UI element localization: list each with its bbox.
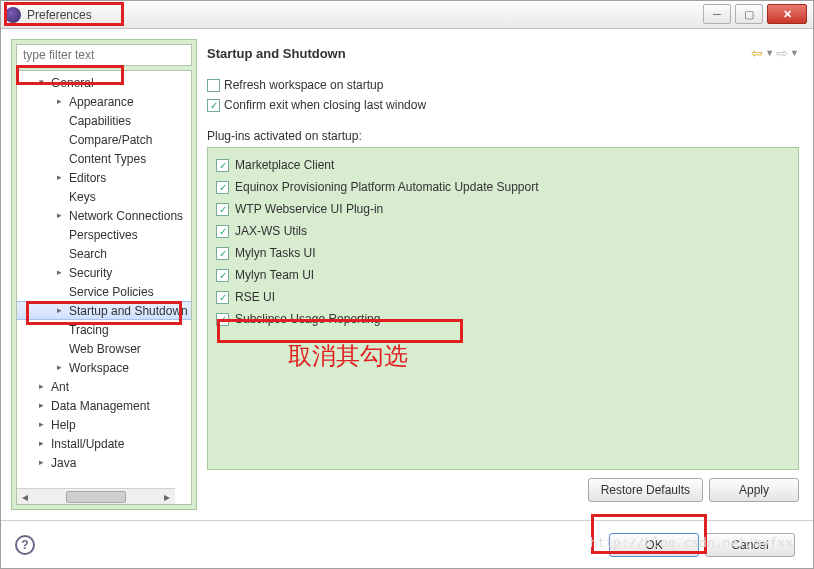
tree-item-label: Compare/Patch	[69, 133, 152, 147]
plugin-checkbox[interactable]: ✓	[216, 181, 229, 194]
ok-button[interactable]: OK	[609, 533, 699, 557]
confirm-exit-row[interactable]: ✓ Confirm exit when closing last window	[207, 95, 799, 115]
plugin-label: RSE UI	[235, 290, 275, 304]
tree-item-tracing[interactable]: Tracing	[17, 320, 191, 339]
filter-input[interactable]	[16, 44, 192, 66]
plugin-checkbox[interactable]: ✓	[216, 313, 229, 326]
plugin-checkbox[interactable]: ✓	[216, 269, 229, 282]
forward-menu-icon[interactable]: ▼	[790, 48, 799, 58]
plugin-item[interactable]: ✓Marketplace Client	[216, 154, 790, 176]
expand-icon[interactable]: ▸	[57, 268, 66, 277]
main-header: Startup and Shutdown ⇦ ▼ ⇨ ▼	[203, 39, 803, 67]
scroll-thumb[interactable]	[66, 491, 126, 503]
plugin-checkbox[interactable]: ✓	[216, 225, 229, 238]
footer: ? OK Cancel	[1, 520, 813, 568]
help-icon[interactable]: ?	[15, 535, 35, 555]
expand-icon[interactable]: ▸	[39, 458, 48, 467]
expand-icon[interactable]	[57, 116, 66, 125]
expand-icon[interactable]: ▾	[39, 78, 48, 87]
plugin-label: JAX-WS Utils	[235, 224, 307, 238]
tree-item-label: Ant	[51, 380, 69, 394]
plugin-checkbox[interactable]: ✓	[216, 291, 229, 304]
cancel-button[interactable]: Cancel	[705, 533, 795, 557]
plugin-item[interactable]: ✓RSE UI	[216, 286, 790, 308]
expand-icon[interactable]: ▸	[57, 97, 66, 106]
expand-icon[interactable]	[57, 344, 66, 353]
tree-item-security[interactable]: ▸Security	[17, 263, 191, 282]
expand-icon[interactable]: ▸	[39, 401, 48, 410]
tree-item-label: Perspectives	[69, 228, 138, 242]
tree-item-web-browser[interactable]: Web Browser	[17, 339, 191, 358]
tree-container: ▾General▸AppearanceCapabilitiesCompare/P…	[16, 70, 192, 505]
tree-item-service-policies[interactable]: Service Policies	[17, 282, 191, 301]
plugin-item[interactable]: ✓Subclipse Usage Reporting	[216, 308, 790, 330]
tree-item-general[interactable]: ▾General	[17, 73, 191, 92]
confirm-checkbox[interactable]: ✓	[207, 99, 220, 112]
expand-icon[interactable]: ▸	[57, 173, 66, 182]
refresh-checkbox[interactable]	[207, 79, 220, 92]
tree-item-install-update[interactable]: ▸Install/Update	[17, 434, 191, 453]
scroll-left-icon[interactable]: ◂	[17, 489, 33, 505]
maximize-button[interactable]: ▢	[735, 4, 763, 24]
tree-item-perspectives[interactable]: Perspectives	[17, 225, 191, 244]
tree-item-label: Startup and Shutdown	[69, 304, 188, 318]
plugin-item[interactable]: ✓JAX-WS Utils	[216, 220, 790, 242]
apply-button[interactable]: Apply	[709, 478, 799, 502]
expand-icon[interactable]: ▸	[57, 211, 66, 220]
plugin-checkbox[interactable]: ✓	[216, 247, 229, 260]
plugin-checkbox[interactable]: ✓	[216, 203, 229, 216]
tree-item-label: Workspace	[69, 361, 129, 375]
back-icon[interactable]: ⇦	[751, 45, 763, 61]
expand-icon[interactable]	[57, 154, 66, 163]
expand-icon[interactable]: ▸	[39, 420, 48, 429]
tree-item-label: Web Browser	[69, 342, 141, 356]
plugin-item[interactable]: ✓Equinox Provisioning Platform Automatic…	[216, 176, 790, 198]
tree-item-label: Editors	[69, 171, 106, 185]
tree-item-network-connections[interactable]: ▸Network Connections	[17, 206, 191, 225]
options: Refresh workspace on startup ✓ Confirm e…	[203, 67, 803, 123]
tree-item-editors[interactable]: ▸Editors	[17, 168, 191, 187]
expand-icon[interactable]: ▸	[57, 363, 66, 372]
tree-item-label: Help	[51, 418, 76, 432]
expand-icon[interactable]	[57, 287, 66, 296]
expand-icon[interactable]	[57, 230, 66, 239]
tree-item-label: Appearance	[69, 95, 134, 109]
tree-item-help[interactable]: ▸Help	[17, 415, 191, 434]
back-menu-icon[interactable]: ▼	[765, 48, 774, 58]
tree-item-compare-patch[interactable]: Compare/Patch	[17, 130, 191, 149]
expand-icon[interactable]	[57, 325, 66, 334]
tree-item-appearance[interactable]: ▸Appearance	[17, 92, 191, 111]
plugin-item[interactable]: ✓Mylyn Team UI	[216, 264, 790, 286]
annotation-text: 取消其勾选	[288, 340, 408, 372]
tree-item-keys[interactable]: Keys	[17, 187, 191, 206]
refresh-workspace-row[interactable]: Refresh workspace on startup	[207, 75, 799, 95]
tree-item-search[interactable]: Search	[17, 244, 191, 263]
plugin-label: Marketplace Client	[235, 158, 334, 172]
plugin-checkbox[interactable]: ✓	[216, 159, 229, 172]
plugin-item[interactable]: ✓WTP Webservice UI Plug-in	[216, 198, 790, 220]
tree-item-data-management[interactable]: ▸Data Management	[17, 396, 191, 415]
tree-item-ant[interactable]: ▸Ant	[17, 377, 191, 396]
tree-item-label: Service Policies	[69, 285, 154, 299]
expand-icon[interactable]: ▸	[39, 382, 48, 391]
plugin-item[interactable]: ✓Mylyn Tasks UI	[216, 242, 790, 264]
tree-item-capabilities[interactable]: Capabilities	[17, 111, 191, 130]
expand-icon[interactable]	[57, 135, 66, 144]
restore-defaults-button[interactable]: Restore Defaults	[588, 478, 703, 502]
scroll-right-icon[interactable]: ▸	[159, 489, 175, 505]
expand-icon[interactable]	[57, 192, 66, 201]
confirm-label: Confirm exit when closing last window	[224, 98, 426, 112]
minimize-button[interactable]: ─	[703, 4, 731, 24]
close-button[interactable]: ✕	[767, 4, 807, 24]
tree-item-label: Keys	[69, 190, 96, 204]
horizontal-scrollbar[interactable]: ◂ ▸	[17, 488, 175, 504]
plugin-list: ✓Marketplace Client✓Equinox Provisioning…	[207, 147, 799, 470]
tree-item-java[interactable]: ▸Java	[17, 453, 191, 472]
tree-item-content-types[interactable]: Content Types	[17, 149, 191, 168]
expand-icon[interactable]: ▸	[57, 306, 66, 315]
expand-icon[interactable]: ▸	[39, 439, 48, 448]
tree-item-workspace[interactable]: ▸Workspace	[17, 358, 191, 377]
expand-icon[interactable]	[57, 249, 66, 258]
tree-item-startup-and-shutdown[interactable]: ▸Startup and Shutdown	[17, 301, 191, 320]
forward-icon[interactable]: ⇨	[776, 45, 788, 61]
